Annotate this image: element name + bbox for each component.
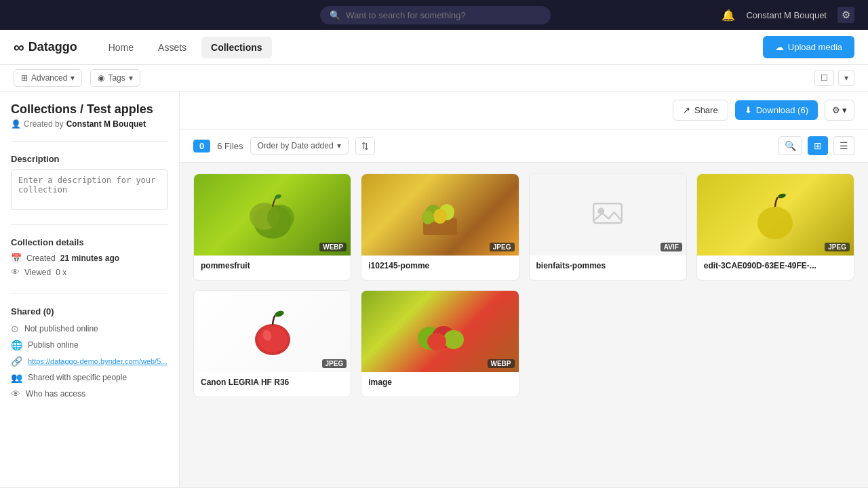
description-label: Description [11,154,168,164]
media-name: bienfaits-pommes [536,261,679,270]
nav-collections[interactable]: Collections [201,37,271,58]
media-card[interactable]: JPEG Canon LEGRIA HF R36 [193,290,351,397]
settings-button[interactable]: ⚙ ▾ [825,100,854,121]
page-title: Collections / Test apples [11,102,168,117]
media-thumbnail: AVIF [530,174,686,256]
red-apple-illustration [245,304,300,359]
creator-name: Constant M Bouquet [66,119,146,129]
shared-label: Shared (0) [11,306,168,317]
media-card[interactable]: WEBP image [361,290,519,397]
grid-area: WEBP pommesfruit [180,163,868,408]
toolbar: ⊞ Advanced ▾ ◉ Tags ▾ ☐ ▾ [0,65,868,92]
media-name: Canon LEGRIA HF R36 [201,378,344,387]
navbar: ∞ Dataggo Home Assets Collections ☁ Uplo… [0,30,868,65]
media-name: image [368,378,511,387]
filter-icon: ⊞ [21,73,28,83]
media-grid: WEBP pommesfruit [193,174,854,397]
collection-details-label: Collection details [11,237,168,247]
main-layout: Collections / Test apples 👤 Created by C… [0,92,868,487]
svg-point-20 [427,333,446,350]
grid-view-button[interactable]: ⊞ [808,136,828,155]
filter-left: 0 6 Files Order by Date added ▾ ⇅ [193,137,375,155]
share-button[interactable]: ↗ Share [673,100,728,121]
mixed-apples-illustration [413,304,467,359]
chevron-settings-icon: ▾ [842,105,847,115]
media-info: Canon LEGRIA HF R36 [194,372,351,396]
files-label: 6 Files [217,141,243,151]
description-input[interactable] [11,169,168,210]
svg-point-14 [258,327,288,352]
media-card[interactable]: AVIF bienfaits-pommes [529,174,687,281]
link-icon: 🔗 [11,356,22,367]
topbar: 🔍 🔔 Constant M Bouquet ⚙ [0,0,868,30]
filter-sort-button[interactable]: ⇅ [355,137,375,155]
media-thumbnail: WEBP [194,174,351,256]
chevron-order-icon: ▾ [337,141,341,150]
upload-icon: ☁ [775,42,784,52]
nav-home[interactable]: Home [99,37,143,58]
publish-online-item[interactable]: 🌐 Publish online [11,340,168,350]
public-link-item[interactable]: 🔗 https://dataggo-demo.bynder.com/web/5.… [11,356,168,367]
gear-icon[interactable]: ⚙ [837,7,854,23]
shared-people-item[interactable]: 👥 Shared with specific people [11,372,168,383]
media-card[interactable]: WEBP pommesfruit [193,174,351,281]
chevron-down-icon: ▾ [71,73,75,83]
download-icon: ⬇ [745,105,752,115]
settings-icon: ⚙ [832,105,840,115]
download-button[interactable]: ⬇ Download (6) [735,100,818,120]
checkbox-button[interactable]: ☐ [814,70,834,86]
chevron-down-icon: ▾ [129,73,133,83]
content-area: ↗ Share ⬇ Download (6) ⚙ ▾ 0 6 Files Ord [180,92,868,487]
not-published-item[interactable]: ⊙ Not published online [11,323,168,334]
advanced-button[interactable]: ⊞ Advanced ▾ [14,69,82,87]
svg-point-12 [778,193,787,199]
yellow-apple-illustration [748,188,802,242]
search-bar[interactable]: 🔍 [320,6,551,24]
svg-point-2 [267,205,294,230]
media-name: edit-3CAE090D-63EE-49FE-... [704,261,847,270]
format-badge: JPEG [825,243,850,251]
created-time: 21 minutes ago [60,253,119,263]
media-thumbnail: WEBP [361,291,518,372]
toolbar-right: ☐ ▾ [814,70,854,86]
bell-icon[interactable]: 🔔 [722,9,735,22]
svg-point-11 [757,207,793,239]
eye-access-icon: 👁 [11,388,20,399]
media-card[interactable]: JPEG edit-3CAE090D-63EE-49FE-... [696,174,854,281]
globe-icon: 🌐 [11,340,22,350]
people-icon: 👥 [11,372,22,383]
media-info: edit-3CAE090D-63EE-49FE-... [697,256,854,280]
search-icon: 🔍 [330,10,340,20]
upload-media-button[interactable]: ☁ Upload media [763,36,854,58]
created-row: 📅 Created 21 minutes ago [11,253,168,263]
viewed-row: 👁 Viewed 0 x [11,267,168,277]
basket-illustration [413,188,467,242]
collection-details-section: Collection details 📅 Created 21 minutes … [11,237,168,281]
media-thumbnail: JPEG [361,174,518,256]
who-access-item[interactable]: 👁 Who has access [11,388,168,399]
media-card[interactable]: JPEG i102145-pomme [361,174,519,281]
public-link[interactable]: https://dataggo-demo.bynder.com/web/5... [28,357,167,365]
divider [11,141,168,142]
nav-links: Home Assets Collections [99,37,272,58]
media-info: image [361,372,518,396]
order-button[interactable]: Order by Date added ▾ [250,137,349,155]
header-actions: ↗ Share ⬇ Download (6) ⚙ ▾ [673,100,854,121]
search-input[interactable] [346,10,541,20]
logo: ∞ Dataggo [14,39,77,56]
svg-point-15 [274,310,285,318]
search-toggle-button[interactable]: 🔍 [778,136,802,155]
logo-text: Dataggo [28,40,77,54]
svg-point-19 [443,330,464,349]
username-label: Constant M Bouquet [746,10,827,20]
navbar-left: ∞ Dataggo Home Assets Collections [14,37,272,58]
topbar-right: 🔔 Constant M Bouquet ⚙ [722,7,854,23]
format-badge: WEBP [488,359,515,368]
calendar-icon: 📅 [11,253,22,263]
tags-button[interactable]: ◉ Tags ▾ [90,69,140,87]
apple-illustration [245,188,300,242]
list-view-button[interactable]: ☰ [833,136,854,155]
chevron-down-button[interactable]: ▾ [838,70,854,86]
nav-assets[interactable]: Assets [149,37,196,58]
media-thumbnail: JPEG [697,174,854,256]
